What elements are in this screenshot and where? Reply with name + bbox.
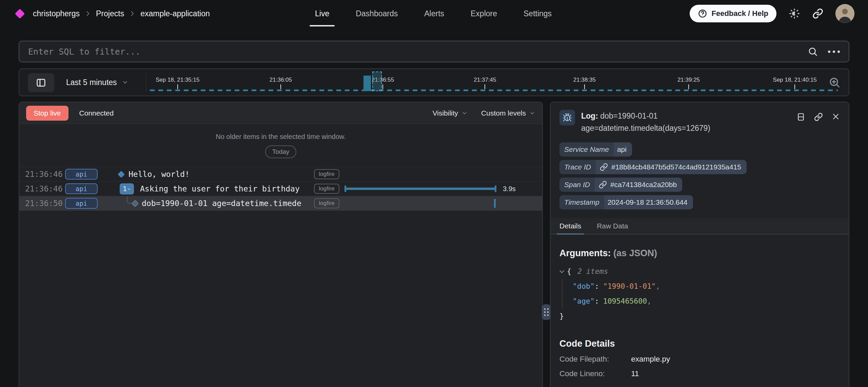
time-range-label: Last 5 minutes <box>66 78 117 87</box>
chip-value: api <box>614 145 632 154</box>
tab-live[interactable]: Live <box>314 0 331 27</box>
span-id-chip[interactable]: Span ID #ca741384ca2a20bb <box>559 178 682 192</box>
panel-resize-handle[interactable] <box>542 304 551 320</box>
feedback-help-button[interactable]: Feedback / Help <box>690 5 776 22</box>
json-value: 1095465600 <box>603 297 647 305</box>
chip-label: Service Name <box>559 142 614 157</box>
breadcrumb-org[interactable]: christophergs <box>33 9 80 18</box>
arguments-heading: Arguments: (as JSON) <box>551 248 849 259</box>
share-link-icon[interactable] <box>812 8 823 19</box>
service-name-chip[interactable]: Service Name api <box>559 142 632 157</box>
log-timestamp: 21:36:50 <box>25 199 59 208</box>
breadcrumb-separator-icon <box>84 10 91 17</box>
sql-filter-input[interactable] <box>28 47 808 57</box>
chevron-down-icon <box>461 110 468 116</box>
log-diamond-icon <box>118 170 125 178</box>
logfire-logo-icon[interactable] <box>15 8 25 19</box>
close-icon[interactable] <box>832 113 840 134</box>
span-marker <box>494 199 496 208</box>
today-button[interactable]: Today <box>265 145 297 158</box>
span-area <box>339 196 542 210</box>
collapse-children-badge[interactable]: 1- <box>120 183 134 195</box>
split-view-icon[interactable] <box>796 113 805 134</box>
link-icon[interactable] <box>599 181 607 189</box>
json-viewer: { 2 items "dob":"1990-01-01", "age":1095… <box>551 264 849 324</box>
log-timestamp: 21:36:46 <box>25 184 59 193</box>
timeline-tick <box>280 84 281 89</box>
code-lineno-value: 11 <box>631 369 639 378</box>
json-body: "dob":"1990-01-01", "age":1095465600, <box>562 279 840 309</box>
connection-status: Connected <box>79 109 114 117</box>
log-timestamp: 21:36:46 <box>25 170 59 179</box>
service-pill[interactable]: api <box>65 183 98 194</box>
log-row-selected[interactable]: 21:36:50 api dob=1990-01-01 age=datetime… <box>19 196 542 211</box>
json-comma: , <box>656 282 660 290</box>
logfire-app: christophergs Projects example-applicati… <box>0 0 868 387</box>
log-message-area: dob=1990-01-01 age=datetime.timede <box>98 196 314 210</box>
json-key: "age" <box>573 297 595 305</box>
json-colon: : <box>595 282 599 290</box>
json-items-count: 2 items <box>577 264 608 279</box>
arguments-heading-suffix: (as JSON) <box>613 248 657 258</box>
timestamp-chip[interactable]: Timestamp 2024-09-18 21:36:50.644 <box>559 195 693 209</box>
log-message-area: Hello, world! <box>98 167 314 181</box>
trace-id-chip[interactable]: Trace ID #18b84cb4847b5d574c4ad9121935a4… <box>559 160 747 174</box>
logfire-tag[interactable]: logfire <box>314 184 339 194</box>
tab-alerts[interactable]: Alerts <box>423 0 446 27</box>
nav-right: Feedback / Help <box>690 0 854 27</box>
service-pill[interactable]: api <box>65 169 98 180</box>
timeline-tick-label: 21:39:25 <box>677 77 700 83</box>
timeline-tick <box>584 84 585 89</box>
code-filepath-label: Code Filepath: <box>559 355 629 364</box>
tab-details[interactable]: Details <box>559 218 581 234</box>
collapse-caret-icon[interactable] <box>559 268 564 273</box>
service-pill[interactable]: api <box>65 198 98 209</box>
breadcrumb-separator-icon <box>129 10 136 17</box>
breadcrumb-project[interactable]: example-application <box>140 9 210 18</box>
timeline-baseline <box>150 89 838 91</box>
logfire-tag[interactable]: logfire <box>314 169 339 179</box>
code-details-heading: Code Details <box>559 339 840 349</box>
sidebar-toggle-button[interactable] <box>28 73 54 92</box>
breadcrumb-section[interactable]: Projects <box>96 9 124 18</box>
chip-value: 2024-09-18 21:36:50.644 <box>604 198 693 206</box>
chevron-down-icon <box>529 110 535 116</box>
copy-link-icon[interactable] <box>814 113 823 134</box>
theme-toggle-icon[interactable] <box>789 8 800 19</box>
zoom-in-icon[interactable] <box>828 76 841 88</box>
json-entry: "age":1095465600, <box>573 294 840 309</box>
detail-title-line2: age=datetime.timedelta(days=12679) <box>581 122 710 134</box>
tab-raw-data[interactable]: Raw Data <box>597 218 628 234</box>
search-icon[interactable] <box>808 46 818 57</box>
logfire-tag[interactable]: logfire <box>314 198 339 208</box>
link-icon[interactable] <box>600 163 608 171</box>
tab-settings[interactable]: Settings <box>522 0 553 27</box>
tab-explore[interactable]: Explore <box>469 0 498 27</box>
timeline-tick-label: Sep 18, 21:35:15 <box>156 77 200 83</box>
question-circle-icon <box>698 9 707 18</box>
code-lineno-label: Code Lineno: <box>559 369 629 378</box>
stop-live-button[interactable]: Stop live <box>26 106 68 121</box>
tab-dashboards[interactable]: Dashboards <box>354 0 399 27</box>
more-options-icon[interactable] <box>828 50 840 53</box>
custom-levels-dropdown[interactable]: Custom levels <box>481 109 535 117</box>
code-filepath-value: example.py <box>631 355 670 363</box>
time-range-dropdown[interactable]: Last 5 minutes <box>66 69 129 96</box>
nav-tabs: Live Dashboards Alerts Explore Settings <box>314 0 553 27</box>
timeline-activity-bar <box>363 76 371 91</box>
chip-label: Timestamp <box>559 195 604 209</box>
log-row[interactable]: 21:36:46 api Hello, world! logfire <box>19 167 542 182</box>
json-open-brace: { <box>567 264 571 279</box>
timeline-tick-label: 21:37:45 <box>474 77 496 83</box>
timeline-tick-label: 21:38:35 <box>573 77 596 83</box>
log-row[interactable]: 21:36:46 api 1- Asking the user for thei… <box>19 182 542 196</box>
detail-title-prefix: Log: <box>581 111 598 120</box>
detail-header-icons <box>796 110 840 134</box>
visibility-dropdown[interactable]: Visibility <box>433 109 468 117</box>
detail-title: Log: dob=1990-01-01 age=datetime.timedel… <box>581 110 710 134</box>
user-avatar[interactable] <box>835 4 854 23</box>
log-rows: 21:36:46 api Hello, world! logfire 21:36… <box>19 167 542 211</box>
timeline-track[interactable]: Sep 18, 21:35:15 21:36:05 21:36:55 21:37… <box>150 69 817 96</box>
panel-left-icon <box>36 78 46 88</box>
empty-window-message: No older items in the selected time wind… <box>19 133 542 141</box>
